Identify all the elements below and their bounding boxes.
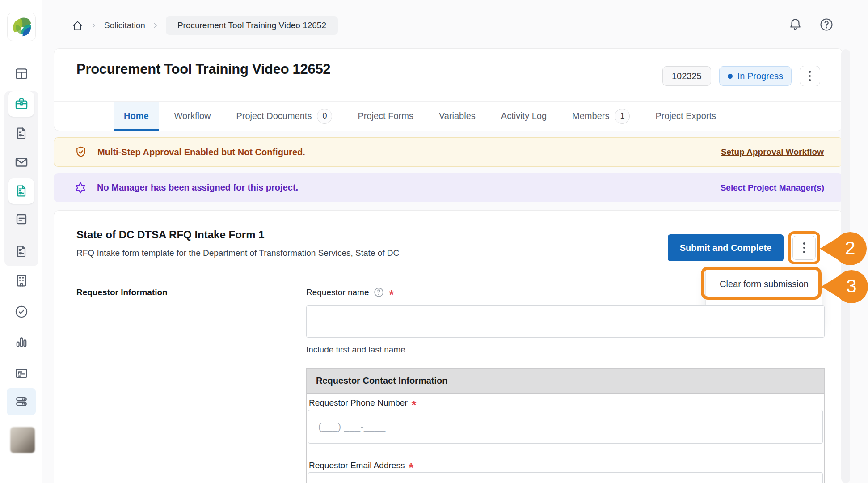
requestor-information-label: Requestor Information (76, 288, 168, 297)
breadcrumb-solicitation[interactable]: Solicitation (104, 21, 145, 30)
status-badge: In Progress (719, 66, 792, 86)
setup-approval-workflow-link[interactable]: Setup Approval Workflow (721, 147, 824, 157)
check-circle-icon (14, 304, 29, 319)
app-window: Solicitation Procurement Tool Training V… (0, 0, 868, 483)
shield-check-icon (74, 145, 88, 159)
bar-chart-icon (14, 334, 29, 349)
manager-info-text: No Manager has been assigned for this pr… (97, 182, 298, 193)
tab-activity-log[interactable]: Activity Log (491, 102, 557, 131)
sidebar-item-approvals[interactable] (0, 297, 42, 326)
file-signature-active-icon (14, 184, 29, 198)
notification-bell-icon[interactable] (788, 17, 803, 32)
server-stack-icon (14, 394, 29, 409)
chevron-right-icon (90, 21, 98, 30)
approval-warning-text: Multi-Step Approval Enabled but Not Conf… (97, 147, 305, 157)
annotation-step-2-number: 2 (840, 238, 860, 258)
form-kebab-highlight-ring (788, 231, 820, 264)
intake-form-card: State of DC DTSA RFQ Intake Form 1 RFQ I… (54, 210, 843, 483)
sidebar-item-analytics[interactable] (0, 327, 42, 356)
requestor-email-input[interactable] (308, 472, 823, 483)
sidebar-nav (0, 0, 42, 483)
select-project-manager-link[interactable]: Select Project Manager(s) (721, 183, 824, 193)
sidebar-item-reports[interactable] (0, 237, 42, 266)
project-tabs: Home Workflow Project Documents 0 Projec… (54, 101, 843, 131)
breadcrumb-current-page: Procurement Tool Training Video 12652 (166, 16, 338, 35)
form-title: State of DC DTSA RFQ Intake Form 1 (76, 229, 265, 241)
tab-project-forms[interactable]: Project Forms (347, 102, 423, 131)
sidebar-item-projects[interactable] (0, 89, 42, 118)
required-asterisk: * (409, 464, 413, 472)
members-count-badge: 1 (615, 109, 630, 124)
breadcrumb: Solicitation Procurement Tool Training V… (72, 15, 338, 36)
field-help-icon[interactable] (373, 287, 384, 298)
requestor-name-input[interactable] (306, 305, 825, 338)
required-asterisk: * (389, 291, 394, 299)
menu-item-clear-form-submission[interactable]: Clear form submission (706, 279, 822, 289)
sidebar-item-documents[interactable] (0, 119, 42, 148)
annotation-step-3-number: 3 (842, 276, 861, 296)
briefcase-icon (14, 96, 29, 111)
leaf-logo-icon (10, 15, 33, 38)
page-title: Procurement Tool Training Video 12652 (76, 61, 330, 77)
browser-form-icon (14, 366, 29, 381)
file-signature-icon (14, 126, 29, 140)
status-dot-icon (728, 74, 733, 79)
user-avatar[interactable] (10, 427, 35, 453)
requestor-name-helper: Include first and last name (306, 345, 405, 355)
requestor-phone-input[interactable] (308, 410, 823, 444)
help-icon[interactable] (819, 17, 834, 32)
form-notes-icon (14, 212, 29, 226)
dashboard-layout-icon (14, 66, 29, 81)
envelope-icon (14, 155, 29, 170)
requestor-email-label: Requestor Email Address (309, 461, 405, 470)
project-actions-kebab-button[interactable] (800, 66, 820, 86)
sidebar-item-organization[interactable] (0, 267, 42, 295)
sidebar-item-data[interactable] (0, 387, 42, 416)
requestor-name-label: Requestor name (306, 288, 369, 297)
star-icon (74, 181, 87, 195)
chevron-right-icon (152, 21, 160, 30)
building-icon (14, 273, 29, 288)
required-asterisk: * (412, 401, 417, 409)
form-description: RFQ Intake form template for the Departm… (76, 248, 399, 258)
project-id-badge: 102325 (662, 66, 711, 86)
tab-workflow[interactable]: Workflow (164, 102, 221, 131)
form-actions-kebab-button[interactable] (792, 236, 816, 260)
sidebar-item-forms-active[interactable] (0, 177, 42, 205)
submit-and-complete-button[interactable]: Submit and Complete (668, 234, 784, 261)
status-label: In Progress (737, 71, 783, 81)
documents-count-badge: 0 (317, 109, 332, 124)
approval-warning-banner: Multi-Step Approval Enabled but Not Conf… (54, 137, 843, 167)
tab-variables[interactable]: Variables (429, 102, 486, 131)
sidebar-item-templates[interactable] (0, 359, 42, 388)
tab-project-documents[interactable]: Project Documents 0 (226, 102, 342, 131)
sidebar-item-dashboard[interactable] (0, 59, 42, 88)
file-signature-2-icon (14, 244, 29, 258)
requestor-phone-label: Requestor Phone Number (309, 398, 408, 408)
manager-info-banner: No Manager has been assigned for this pr… (54, 173, 843, 202)
tab-project-exports[interactable]: Project Exports (645, 102, 726, 131)
project-header-card: Procurement Tool Training Video 12652 10… (54, 48, 843, 131)
app-logo[interactable] (7, 13, 36, 41)
sidebar-item-messages[interactable] (0, 148, 42, 177)
sidebar-item-notes[interactable] (0, 205, 42, 233)
requestor-contact-section: Requestor Contact Information Requestor … (306, 368, 825, 483)
tab-home[interactable]: Home (114, 102, 159, 131)
home-icon[interactable] (72, 20, 84, 32)
contact-section-header: Requestor Contact Information (307, 369, 824, 394)
tab-members[interactable]: Members 1 (562, 102, 640, 131)
